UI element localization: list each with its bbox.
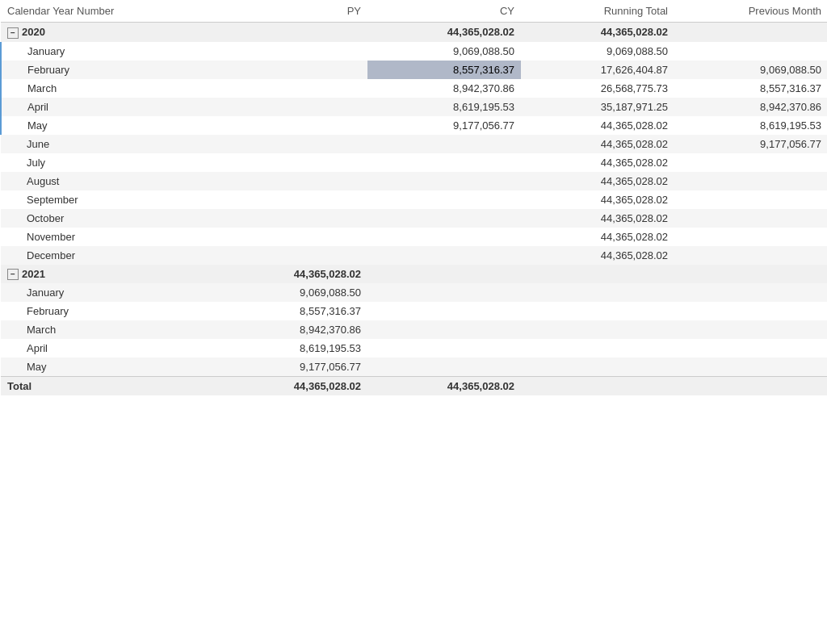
month-rt-value: 26,568,775.73: [521, 79, 674, 98]
total-rt-value: [521, 377, 674, 396]
month-row: April8,619,195.53: [1, 339, 827, 358]
month-label: August: [1, 172, 214, 190]
month-cy-value: 8,619,195.53: [367, 98, 521, 116]
month-label: April: [1, 98, 214, 116]
month-label: May: [1, 116, 214, 135]
year-pm-value: [674, 265, 827, 284]
month-row: January9,069,088.509,069,088.50: [1, 42, 827, 61]
month-label: February: [1, 61, 214, 79]
month-rt-value: [521, 358, 674, 377]
month-cy-value: [367, 172, 521, 190]
year-label-text: 2020: [22, 26, 45, 38]
month-py-value: [214, 135, 367, 153]
month-row: June44,365,028.029,177,056.77: [1, 135, 827, 153]
month-pm-value: [674, 153, 827, 172]
month-pm-value: 8,619,195.53: [674, 116, 827, 135]
month-rt-value: 44,365,028.02: [521, 190, 674, 209]
month-row: July44,365,028.02: [1, 153, 827, 172]
month-pm-value: [674, 358, 827, 377]
year-label: −2020: [1, 23, 214, 42]
month-cy-value: 8,942,370.86: [367, 79, 521, 98]
month-rt-value: 35,187,971.25: [521, 98, 674, 116]
month-pm-value: 9,069,088.50: [674, 61, 827, 79]
data-table: Calendar Year Number PY CY Running Total…: [0, 0, 827, 395]
month-py-value: [214, 42, 367, 61]
header-running-total: Running Total: [521, 0, 674, 23]
month-cy-value: [367, 228, 521, 246]
month-pm-value: [674, 228, 827, 246]
month-rt-value: [521, 320, 674, 339]
month-row: May9,177,056.77: [1, 358, 827, 377]
month-rt-value: 44,365,028.02: [521, 172, 674, 190]
header-row: Calendar Year Number PY CY Running Total…: [1, 0, 827, 23]
month-row: December44,365,028.02: [1, 246, 827, 265]
month-py-value: 8,942,370.86: [214, 320, 367, 339]
month-cy-value: 8,557,316.37: [367, 61, 521, 79]
month-row: August44,365,028.02: [1, 172, 827, 190]
month-rt-value: 44,365,028.02: [521, 246, 674, 265]
month-pm-value: [674, 302, 827, 320]
month-cy-value: [367, 190, 521, 209]
month-cy-value: 9,177,056.77: [367, 116, 521, 135]
month-rt-value: 44,365,028.02: [521, 135, 674, 153]
year-label: −2021: [1, 265, 214, 284]
month-pm-value: [674, 190, 827, 209]
year-py-value: 44,365,028.02: [214, 265, 367, 284]
total-pm-value: [674, 377, 827, 396]
month-label: November: [1, 228, 214, 246]
month-py-value: [214, 246, 367, 265]
year-py-value: [214, 23, 367, 42]
month-row: March8,942,370.8626,568,775.738,557,316.…: [1, 79, 827, 98]
month-cy-value: [367, 135, 521, 153]
month-cy-value: [367, 209, 521, 228]
report-container: Calendar Year Number PY CY Running Total…: [0, 0, 827, 644]
month-pm-value: [674, 283, 827, 302]
header-calendar-year-number: Calendar Year Number: [1, 0, 214, 23]
header-py: PY: [214, 0, 367, 23]
month-py-value: [214, 153, 367, 172]
month-py-value: 9,177,056.77: [214, 358, 367, 377]
header-previous-month: Previous Month: [674, 0, 827, 23]
month-py-value: [214, 79, 367, 98]
month-rt-value: 44,365,028.02: [521, 209, 674, 228]
month-label: March: [1, 320, 214, 339]
month-label: July: [1, 153, 214, 172]
month-py-value: [214, 61, 367, 79]
year-label-text: 2021: [22, 268, 45, 280]
month-rt-value: 44,365,028.02: [521, 228, 674, 246]
total-label: Total: [1, 377, 214, 396]
month-pm-value: [674, 339, 827, 358]
month-pm-value: [674, 209, 827, 228]
month-cy-value: [367, 283, 521, 302]
year-cy-value: 44,365,028.02: [367, 23, 521, 42]
month-rt-value: [521, 283, 674, 302]
month-label: April: [1, 339, 214, 358]
month-py-value: 8,557,316.37: [214, 302, 367, 320]
month-pm-value: [674, 172, 827, 190]
month-pm-value: [674, 246, 827, 265]
total-cy-value: 44,365,028.02: [367, 377, 521, 396]
month-rt-value: 44,365,028.02: [521, 153, 674, 172]
month-row: February8,557,316.37: [1, 302, 827, 320]
month-cy-value: [367, 339, 521, 358]
month-row: May9,177,056.7744,365,028.028,619,195.53: [1, 116, 827, 135]
month-label: December: [1, 246, 214, 265]
collapse-icon[interactable]: −: [7, 27, 19, 39]
month-py-value: [214, 209, 367, 228]
month-rt-value: [521, 339, 674, 358]
month-label: September: [1, 190, 214, 209]
month-pm-value: [674, 320, 827, 339]
month-py-value: [214, 190, 367, 209]
month-rt-value: [521, 302, 674, 320]
month-label: March: [1, 79, 214, 98]
year-row: −202144,365,028.02: [1, 265, 827, 284]
month-cy-value: [367, 302, 521, 320]
total-py-value: 44,365,028.02: [214, 377, 367, 396]
month-pm-value: 8,942,370.86: [674, 98, 827, 116]
collapse-icon[interactable]: −: [7, 269, 19, 280]
month-rt-value: 9,069,088.50: [521, 42, 674, 61]
month-row: January9,069,088.50: [1, 283, 827, 302]
month-cy-value: 9,069,088.50: [367, 42, 521, 61]
year-rt-value: 44,365,028.02: [521, 23, 674, 42]
header-cy: CY: [367, 0, 521, 23]
